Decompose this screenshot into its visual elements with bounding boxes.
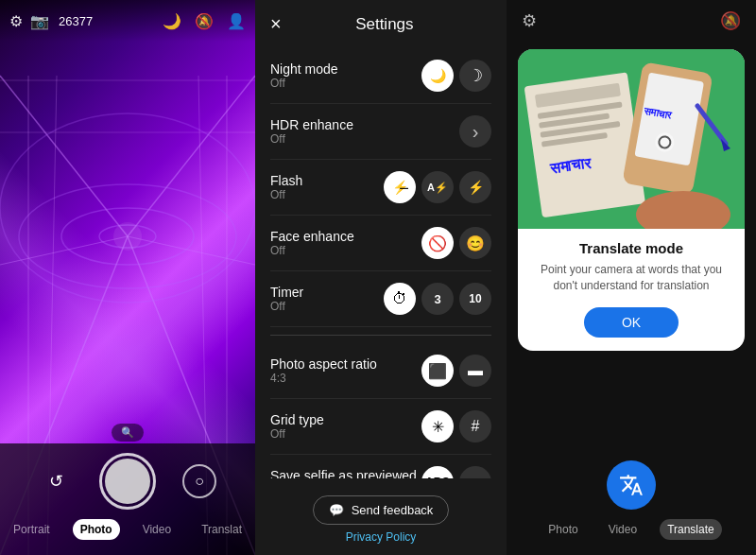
feedback-section: 💬 Send feedback Privacy Policy <box>255 484 507 555</box>
dialog-image: समाचार समाचार <box>518 49 745 229</box>
aspect-portrait-btn[interactable]: ▬ <box>459 355 491 387</box>
shutter-button[interactable] <box>99 453 156 510</box>
right-shutter-row <box>507 460 756 510</box>
svg-line-1 <box>128 76 255 236</box>
dialog-title: Translate mode <box>533 240 730 256</box>
selfie-icon[interactable]: 👤 <box>227 12 246 30</box>
setting-aspect-ratio: Photo aspect ratio 4:3 ⬛ ▬ <box>270 343 491 399</box>
feedback-button[interactable]: 💬 Send feedback <box>313 495 450 525</box>
tab-video[interactable]: Video <box>135 519 179 540</box>
right-mode-tabs: Photo Video Translate <box>507 519 756 540</box>
zoom-indicator[interactable]: 🔍 <box>112 424 144 442</box>
right-tab-photo[interactable]: Photo <box>541 519 585 540</box>
privacy-link[interactable]: Privacy Policy <box>346 530 417 544</box>
camera-preview: ⚙ 📷 26377 🌙 🔕 👤 🔍 ↺ ○ Portrait <box>0 0 255 555</box>
translate-dialog: समाचार समाचार Transl <box>518 49 745 351</box>
night-icon[interactable]: 🌙 <box>163 12 181 30</box>
settings-header: × Settings <box>255 0 507 48</box>
setting-hdr: HDR enhance Off › <box>270 104 491 160</box>
face-off-btn[interactable]: 🚫 <box>421 227 454 259</box>
setting-info-selfie: Save selfie as previewed Off <box>270 468 421 478</box>
flash-auto-btn[interactable]: A⚡ <box>421 171 454 203</box>
setting-controls-face: 🚫 😊 <box>421 227 491 259</box>
face-on-btn[interactable]: 😊 <box>459 227 491 259</box>
setting-night-mode: Night mode Off 🌙 ☽ <box>270 48 491 104</box>
setting-name-grid: Grid type <box>270 412 421 427</box>
svg-line-5 <box>128 236 255 265</box>
svg-point-7 <box>61 208 194 265</box>
svg-point-9 <box>0 113 255 303</box>
night-outline-btn[interactable]: ☽ <box>459 60 491 92</box>
setting-value-flash: Off <box>270 188 384 201</box>
aspect-square-btn[interactable]: ⬛ <box>421 355 454 387</box>
hdr-chevron-btn[interactable]: › <box>459 115 491 147</box>
zoom-icon: 🔍 <box>121 426 134 439</box>
setting-value-grid: Off <box>270 427 421 441</box>
setting-selfie-preview: Save selfie as previewed Off ABC ЭBA <box>270 455 491 478</box>
setting-name-flash: Flash <box>270 173 384 188</box>
setting-info-grid: Grid type Off <box>270 412 421 441</box>
setting-name-hdr: HDR enhance <box>270 117 459 132</box>
flash-off-btn[interactable]: ⚡̶ <box>384 171 416 203</box>
ok-button[interactable]: OK <box>584 307 679 338</box>
setting-name-selfie: Save selfie as previewed <box>270 468 421 478</box>
tab-portrait[interactable]: Portrait <box>6 519 58 540</box>
right-mute-icon[interactable]: 🔕 <box>720 10 741 31</box>
setting-face-enhance: Face enhance Off 🚫 😊 <box>270 216 491 271</box>
right-settings-icon[interactable]: ⚙ <box>522 10 537 31</box>
grid-off-btn[interactable]: ✳ <box>421 410 454 442</box>
setting-name-timer: Timer <box>270 285 384 300</box>
camera-icon: 📷 <box>30 12 49 30</box>
svg-point-16 <box>113 222 142 251</box>
setting-name-night: Night mode <box>270 61 421 77</box>
grid-on-btn[interactable]: # <box>459 410 491 442</box>
close-button[interactable]: × <box>270 13 282 35</box>
night-filled-btn[interactable]: 🌙 <box>421 60 454 92</box>
setting-name-aspect: Photo aspect ratio <box>270 356 421 372</box>
dialog-content: Translate mode Point your camera at word… <box>518 229 745 351</box>
right-tab-translate[interactable]: Translate <box>660 519 722 540</box>
setting-info-hdr: HDR enhance Off <box>270 117 459 146</box>
photo-count: 26377 <box>59 14 93 28</box>
flip-camera-button[interactable]: ○ <box>182 464 216 498</box>
separator-1 <box>270 335 491 336</box>
setting-controls-hdr: › <box>459 115 491 147</box>
selfie-normal-btn[interactable]: ABC <box>421 466 454 478</box>
setting-controls-timer: ⏱ 3 10 <box>384 283 491 315</box>
tab-translate[interactable]: Translat <box>194 519 249 540</box>
setting-grid-type: Grid type Off ✳ # <box>270 399 491 455</box>
setting-info-aspect: Photo aspect ratio 4:3 <box>270 356 421 385</box>
setting-name-face: Face enhance <box>270 229 421 244</box>
setting-value-night: Off <box>270 77 421 90</box>
shutter-inner <box>105 459 150 504</box>
feedback-icon: 💬 <box>329 503 344 517</box>
settings-icon[interactable]: ⚙ <box>9 12 23 30</box>
timer-3-btn[interactable]: 3 <box>421 283 454 315</box>
setting-controls-night: 🌙 ☽ <box>421 60 491 92</box>
tab-photo[interactable]: Photo <box>73 519 120 540</box>
right-shutter-area: Photo Video Translate <box>507 358 756 555</box>
right-tab-video[interactable]: Video <box>601 519 644 540</box>
setting-controls-flash: ⚡̶ A⚡ ⚡ <box>384 171 491 203</box>
setting-value-face: Off <box>270 244 421 257</box>
flash-on-btn[interactable]: ⚡ <box>459 171 491 203</box>
setting-controls-aspect: ⬛ ▬ <box>421 355 491 387</box>
mute-icon[interactable]: 🔕 <box>195 12 214 30</box>
setting-value-hdr: Off <box>270 132 459 146</box>
timer-10-btn[interactable]: 10 <box>459 283 491 315</box>
bottom-controls: ↺ ○ Portrait Photo Video Translat <box>0 443 255 555</box>
setting-info-face: Face enhance Off <box>270 229 421 257</box>
selfie-mirror-btn[interactable]: ЭBA <box>459 466 491 478</box>
setting-info-flash: Flash Off <box>270 173 384 201</box>
setting-value-aspect: 4:3 <box>270 372 421 385</box>
gallery-button[interactable]: ↺ <box>39 464 73 498</box>
dialog-description: Point your camera at words that you don'… <box>533 262 730 294</box>
setting-flash: Flash Off ⚡̶ A⚡ ⚡ <box>270 160 491 216</box>
timer-off-btn[interactable]: ⏱ <box>384 283 416 315</box>
svg-line-4 <box>0 236 128 265</box>
svg-line-0 <box>0 76 128 236</box>
camera-top-bar: ⚙ 📷 26377 🌙 🔕 👤 <box>0 0 255 42</box>
top-bar-right: 🌙 🔕 👤 <box>163 12 246 30</box>
translate-fab[interactable] <box>607 460 656 510</box>
setting-controls-selfie: ABC ЭBA <box>421 466 491 478</box>
